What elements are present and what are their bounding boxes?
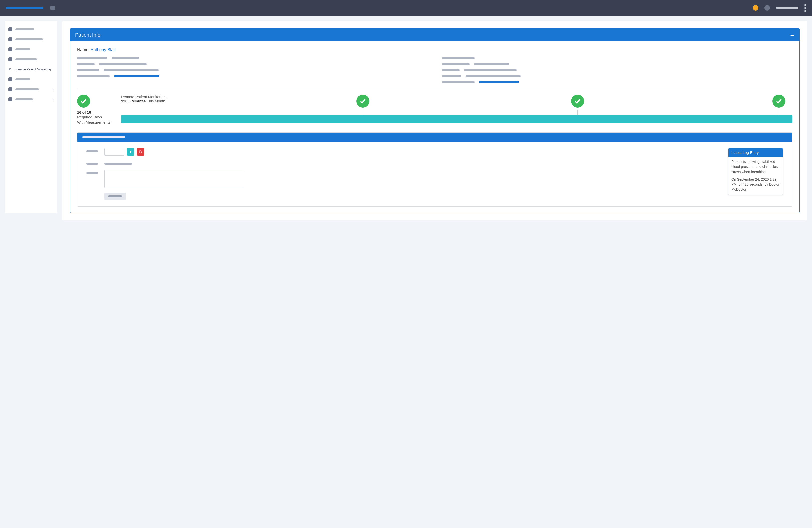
sidebar-icon bbox=[9, 97, 13, 101]
sidebar-item-3[interactable] bbox=[9, 46, 54, 53]
form-value bbox=[104, 162, 132, 165]
sidebar-icon bbox=[9, 77, 13, 82]
sidebar-label bbox=[15, 39, 43, 41]
name-label: Name: bbox=[77, 47, 91, 52]
signal-icon bbox=[9, 68, 13, 71]
sidebar-item-2[interactable] bbox=[9, 36, 54, 43]
check-icon bbox=[772, 95, 785, 108]
sidebar-label bbox=[15, 48, 30, 51]
patient-name-row: Name: Anthony Blair bbox=[77, 47, 792, 53]
app-menu-button[interactable] bbox=[50, 6, 55, 10]
play-button[interactable] bbox=[127, 148, 134, 156]
sidebar-item-1[interactable] bbox=[9, 26, 54, 33]
submit-button[interactable] bbox=[104, 193, 126, 200]
main-content: Patient Info Name: Anthony Blair bbox=[62, 21, 807, 220]
top-bar bbox=[0, 0, 812, 16]
sidebar-icon bbox=[9, 27, 13, 31]
form-label bbox=[86, 172, 98, 174]
sidebar-item-label: Remote Patient Monitoring bbox=[15, 68, 51, 71]
form-label bbox=[86, 162, 98, 165]
sidebar-item-4[interactable] bbox=[9, 56, 54, 63]
log-card-title: Latest Log Entry bbox=[728, 148, 783, 157]
rpm-progress: Remote Patient Monitoring: 130.5 Minutes… bbox=[121, 95, 792, 123]
sidebar-icon bbox=[9, 87, 13, 91]
log-text-2: On September 24, 2020 1:29 PM for 420 se… bbox=[731, 177, 780, 192]
days-sub2: With Measurements bbox=[77, 120, 115, 125]
days-sub1: Required Days bbox=[77, 114, 115, 120]
info-col-right bbox=[442, 57, 792, 83]
log-form bbox=[86, 148, 721, 200]
check-icon bbox=[356, 95, 369, 108]
rpm-suffix: This Month bbox=[146, 99, 165, 103]
log-subpanel: Latest Log Entry Patient is showing stab… bbox=[77, 132, 792, 206]
brand-logo[interactable] bbox=[6, 7, 43, 9]
sidebar-label bbox=[15, 98, 33, 100]
status-row: 16 of 16 Required Days With Measurements bbox=[77, 95, 792, 125]
sidebar-item-6[interactable] bbox=[9, 76, 54, 83]
sidebar-icon bbox=[9, 47, 13, 52]
duration-input[interactable] bbox=[104, 148, 124, 156]
form-label bbox=[86, 150, 98, 152]
svg-marker-0 bbox=[130, 151, 132, 153]
rpm-label: Remote Patient Monitoring: bbox=[121, 95, 166, 99]
notification-indicator[interactable] bbox=[753, 5, 758, 11]
sidebar-item-remote-monitoring[interactable]: Remote Patient Monitoring bbox=[9, 66, 54, 73]
notes-textarea[interactable] bbox=[104, 170, 244, 188]
panel-header: Patient Info bbox=[70, 29, 799, 41]
user-avatar[interactable] bbox=[764, 5, 770, 11]
reset-button[interactable] bbox=[137, 148, 144, 156]
sidebar: Remote Patient Monitoring ‹ ‹ bbox=[5, 21, 57, 213]
sidebar-label bbox=[15, 79, 30, 81]
sidebar-label bbox=[15, 28, 34, 30]
patient-name-link[interactable]: Anthony Blair bbox=[91, 47, 116, 52]
collapse-icon[interactable] bbox=[790, 35, 794, 36]
sidebar-label bbox=[15, 88, 39, 90]
check-icon bbox=[77, 95, 90, 108]
chevron-left-icon: ‹ bbox=[53, 87, 54, 91]
sidebar-icon bbox=[9, 57, 13, 61]
sidebar-icon bbox=[9, 38, 13, 41]
check-icon bbox=[571, 95, 584, 108]
topbar-slider[interactable] bbox=[776, 7, 798, 9]
days-status: 16 of 16 Required Days With Measurements bbox=[77, 95, 115, 125]
subpanel-header bbox=[77, 133, 792, 142]
patient-info-panel: Patient Info Name: Anthony Blair bbox=[70, 28, 799, 213]
panel-title: Patient Info bbox=[75, 32, 100, 38]
log-text-1: Patient is showing stabilized blood pres… bbox=[731, 159, 780, 174]
sidebar-item-8[interactable]: ‹ bbox=[9, 96, 54, 103]
info-col-left bbox=[77, 57, 427, 83]
kebab-menu-icon[interactable] bbox=[804, 4, 806, 12]
chevron-left-icon: ‹ bbox=[53, 97, 54, 101]
days-count: 16 of 16 bbox=[77, 110, 115, 114]
sidebar-item-7[interactable]: ‹ bbox=[9, 86, 54, 93]
progress-bar bbox=[121, 115, 792, 123]
subpanel-title bbox=[83, 136, 125, 138]
sidebar-label bbox=[15, 58, 37, 60]
rpm-value: 130.5 Minutes bbox=[121, 99, 146, 103]
latest-log-card: Latest Log Entry Patient is showing stab… bbox=[728, 148, 783, 195]
